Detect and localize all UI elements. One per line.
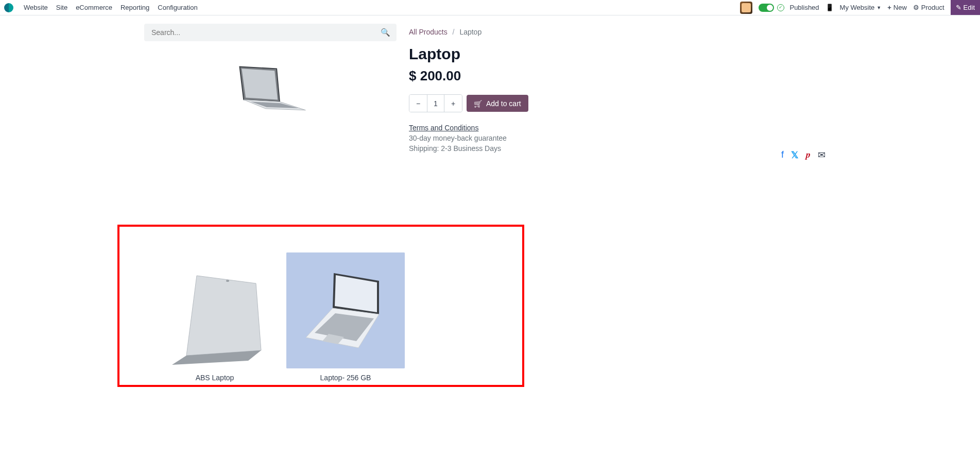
app-name[interactable]: Website: [24, 4, 48, 11]
shipping-text: Shipping: 2-3 Business Days: [409, 144, 836, 153]
guarantee-text: 30-day money-back guarantee: [409, 134, 836, 142]
toggle-switch-icon[interactable]: [759, 4, 774, 12]
edit-button[interactable]: Edit: [951, 0, 980, 15]
svg-marker-4: [186, 276, 261, 356]
qty-decrease-button[interactable]: −: [409, 95, 427, 112]
search-input[interactable]: [150, 28, 381, 37]
related-item-2[interactable]: Laptop- 256 GB: [286, 252, 405, 382]
price-value: 200.00: [420, 68, 461, 83]
facebook-share-icon[interactable]: f: [781, 149, 784, 161]
plus-icon: [887, 4, 891, 11]
quantity-row: − + Add to cart: [409, 94, 836, 112]
breadcrumb-separator: /: [453, 28, 455, 36]
nav-configuration[interactable]: Configuration: [158, 4, 197, 11]
pencil-icon: [956, 4, 961, 11]
publish-toggle-group[interactable]: Published: [759, 4, 819, 12]
breadcrumb-all-products[interactable]: All Products: [409, 28, 448, 36]
my-website-label: My Website: [840, 4, 875, 11]
laptop-image-icon: [231, 62, 311, 119]
top-nav-bar: Website Site eCommerce Reporting Configu…: [0, 0, 980, 15]
related-products-box: ABS Laptop Laptop- 256 GB: [117, 225, 524, 387]
related-image-1-icon: [156, 252, 274, 368]
product-config-button[interactable]: Product: [913, 4, 944, 11]
related-name-1: ABS Laptop: [196, 374, 234, 382]
new-button[interactable]: New: [887, 4, 907, 11]
search-icon[interactable]: 🔍: [381, 28, 390, 37]
email-share-icon[interactable]: ✉: [818, 149, 826, 161]
search-bar: 🔍: [144, 24, 397, 41]
related-image-2-icon: [286, 252, 405, 368]
app-logo-icon[interactable]: [4, 3, 13, 12]
product-main-row: 🔍 All Products / Laptop Laptop $ 200.00 …: [0, 15, 980, 153]
caret-down-icon: ▼: [876, 5, 881, 10]
share-icons-row: f 𝕏 𝒑 ✉: [781, 149, 826, 161]
published-label: Published: [789, 4, 819, 11]
product-title: Laptop: [409, 45, 836, 63]
gear-icon: [913, 4, 919, 11]
nav-site[interactable]: Site: [56, 4, 67, 11]
check-badge-icon: [777, 4, 784, 11]
product-label: Product: [921, 4, 944, 11]
terms-link[interactable]: Terms and Conditions: [409, 124, 478, 132]
my-website-dropdown[interactable]: My Website ▼: [840, 4, 882, 11]
product-image: [144, 62, 397, 119]
nav-reporting[interactable]: Reporting: [121, 4, 149, 11]
related-item-1[interactable]: ABS Laptop: [156, 252, 274, 382]
top-nav-right: Published My Website ▼ New Product Edit: [740, 0, 980, 15]
currency-symbol: $: [409, 68, 416, 83]
top-nav-left: Website Site eCommerce Reporting Configu…: [4, 3, 198, 12]
svg-marker-1: [242, 69, 278, 99]
nav-ecommerce[interactable]: eCommerce: [76, 4, 112, 11]
pinterest-share-icon[interactable]: 𝒑: [806, 149, 811, 161]
terms-row: Terms and Conditions: [409, 124, 836, 132]
qty-increase-button[interactable]: +: [444, 95, 462, 112]
x-share-icon[interactable]: 𝕏: [791, 149, 799, 161]
breadcrumb: All Products / Laptop: [409, 28, 836, 36]
breadcrumb-current: Laptop: [459, 28, 482, 36]
left-column: 🔍: [144, 24, 397, 119]
quantity-stepper: − +: [409, 94, 462, 112]
related-name-2: Laptop- 256 GB: [320, 374, 371, 382]
new-label: New: [893, 4, 907, 11]
right-column: All Products / Laptop Laptop $ 200.00 − …: [409, 24, 836, 153]
mobile-preview-icon[interactable]: [826, 4, 834, 11]
product-price: $ 200.00: [409, 68, 836, 84]
add-to-cart-button[interactable]: Add to cart: [467, 95, 528, 112]
add-to-cart-label: Add to cart: [486, 99, 521, 108]
user-avatar[interactable]: [740, 2, 752, 14]
qty-input[interactable]: [427, 95, 444, 112]
edit-label: Edit: [964, 4, 975, 11]
svg-point-6: [226, 280, 229, 282]
cart-icon: [474, 99, 482, 108]
